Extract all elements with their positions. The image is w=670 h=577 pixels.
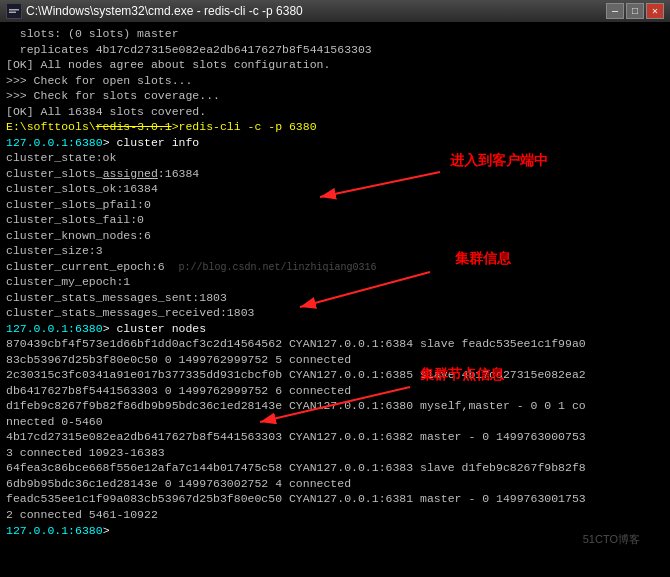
terminal-line: 2c30315c3fc0341a91e017b377335dd931cbcf0b… (6, 367, 664, 383)
terminal-line: nnected 0-5460 (6, 414, 664, 430)
terminal-line: replicates 4b17cd27315e082ea2db6417627b8… (6, 42, 664, 58)
terminal-line: cluster_my_epoch:1 (6, 274, 664, 290)
window-title: C:\Windows\system32\cmd.exe - redis-cli … (26, 4, 606, 18)
terminal-line: >>> Check for slots coverage... (6, 88, 664, 104)
terminal-line: 3 connected 10923-16383 (6, 445, 664, 461)
terminal-line: 83cb53967d25b3f80e0c50 0 1499762999752 5… (6, 352, 664, 368)
svg-rect-0 (7, 4, 21, 18)
terminal-line: cluster_slots_pfail:0 (6, 197, 664, 213)
terminal-line: cluster_size:3 (6, 243, 664, 259)
minimize-button[interactable]: — (606, 3, 624, 19)
terminal: slots: (0 slots) master replicates 4b17c… (0, 22, 670, 577)
terminal-line: cluster_stats_messages_sent:1803 (6, 290, 664, 306)
svg-rect-1 (9, 9, 19, 11)
terminal-line: cluster_state:ok (6, 150, 664, 166)
svg-rect-2 (9, 12, 16, 14)
terminal-line: cluster_current_epoch:6 p://blog.csdn.ne… (6, 259, 664, 275)
terminal-line: [OK] All nodes agree about slots configu… (6, 57, 664, 73)
terminal-line: [OK] All 16384 slots covered. (6, 104, 664, 120)
terminal-line: 870439cbf4f573e1d66bf1dd0acf3c2d14564562… (6, 336, 664, 352)
terminal-line: cluster_slots_ok:16384 (6, 181, 664, 197)
terminal-line: d1feb9c8267f9b82f86db9b95bdc36c1ed28143e… (6, 398, 664, 414)
titlebar-buttons: — □ ✕ (606, 3, 664, 19)
terminal-line: cluster_slots_assigned:16384 (6, 166, 664, 182)
terminal-line: >>> Check for open slots... (6, 73, 664, 89)
terminal-line: db6417627b8f5441563303 0 1499762999752 6… (6, 383, 664, 399)
terminal-line: cluster_slots_fail:0 (6, 212, 664, 228)
terminal-line: 127.0.0.1:6380> cluster nodes (6, 321, 664, 337)
close-button[interactable]: ✕ (646, 3, 664, 19)
window: C:\Windows\system32\cmd.exe - redis-cli … (0, 0, 670, 577)
terminal-line: 127.0.0.1:6380> (6, 523, 664, 539)
terminal-line: 2 connected 5461-10922 (6, 507, 664, 523)
terminal-line: E:\softtools\redis-3.0.1>redis-cli -c -p… (6, 119, 664, 135)
terminal-line: slots: (0 slots) master (6, 26, 664, 42)
terminal-line: 4b17cd27315e082ea2db6417627b8f5441563303… (6, 429, 664, 445)
maximize-button[interactable]: □ (626, 3, 644, 19)
terminal-line: cluster_known_nodes:6 (6, 228, 664, 244)
titlebar: C:\Windows\system32\cmd.exe - redis-cli … (0, 0, 670, 22)
terminal-line: feadc535ee1c1f99a083cb53967d25b3f80e0c50… (6, 491, 664, 507)
terminal-line: cluster_stats_messages_received:1803 (6, 305, 664, 321)
terminal-line: 127.0.0.1:6380> cluster info (6, 135, 664, 151)
terminal-line: 6db9b95bdc36c1ed28143e 0 1499763002752 4… (6, 476, 664, 492)
app-icon (6, 3, 22, 19)
terminal-line: 64fea3c86bce668f556e12afa7c144b017475c58… (6, 460, 664, 476)
